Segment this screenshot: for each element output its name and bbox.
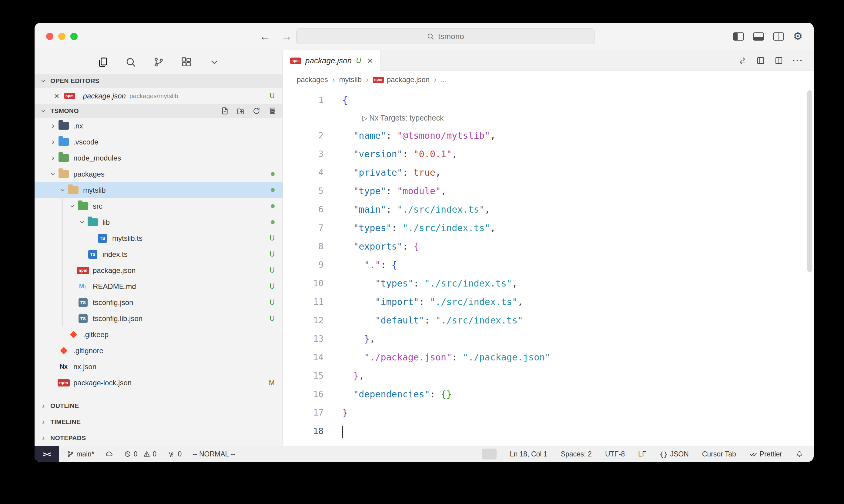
explorer-files-icon[interactable] <box>96 55 109 69</box>
problems-status[interactable]: 0 0 <box>124 450 157 458</box>
tree-item-.gitignore[interactable]: ›.gitignore <box>35 343 282 359</box>
line-number[interactable]: 14 <box>283 348 324 366</box>
code-line-16[interactable]: 16 "dependencies": {} <box>283 385 814 403</box>
scrollbar-thumb[interactable] <box>807 90 812 272</box>
code-line-9[interactable]: 9 ".": { <box>283 256 814 274</box>
new-folder-icon[interactable] <box>237 107 245 115</box>
explorer-section-header[interactable]: › TSMONO <box>35 104 282 118</box>
code-line-12[interactable]: 12 "default": "./src/index.ts" <box>283 311 814 329</box>
source-control-icon[interactable] <box>152 55 165 69</box>
code-line-7[interactable]: 7 "types": "./src/index.ts", <box>283 219 814 237</box>
tree-item-.gitkeep[interactable]: ›.gitkeep <box>35 326 282 343</box>
extensions-icon[interactable] <box>180 55 193 69</box>
chevron-right-icon[interactable]: › <box>49 154 57 162</box>
encoding-status[interactable]: UTF-8 <box>605 450 625 458</box>
new-file-icon[interactable] <box>221 107 229 115</box>
notepads-section-header[interactable]: › NOTEPADS <box>35 430 282 446</box>
chevron-down-icon[interactable]: › <box>59 186 67 195</box>
line-number[interactable]: 7 <box>283 219 324 237</box>
breadcrumb-packages[interactable]: packages <box>297 75 328 84</box>
tree-item-README.md[interactable]: ›M↓README.mdU <box>35 278 282 294</box>
toggle-left-panel-icon[interactable] <box>733 32 744 41</box>
line-number[interactable]: 10 <box>283 274 324 293</box>
line-number[interactable]: 4 <box>283 163 324 182</box>
line-number[interactable]: 12 <box>283 311 324 329</box>
line-number[interactable]: 15 <box>283 366 324 385</box>
code-line-17[interactable]: 17} <box>283 403 814 422</box>
tree-item-package.json[interactable]: ›npmpackage.jsonU <box>35 262 282 278</box>
tree-item-tsconfig.json[interactable]: ›TStsconfig.jsonU <box>35 294 282 310</box>
notifications-bell[interactable] <box>795 450 803 458</box>
chevron-down-icon[interactable]: › <box>69 202 77 211</box>
breadcrumb-...[interactable]: ... <box>441 75 447 84</box>
line-number[interactable]: 13 <box>283 329 324 348</box>
indentation-status[interactable]: Spaces: 2 <box>561 450 592 458</box>
line-number[interactable]: 11 <box>283 293 324 311</box>
tab-package-json[interactable]: npm package.json U × <box>283 50 380 71</box>
collapse-folders-icon[interactable] <box>268 107 276 115</box>
codelens-nx-targets[interactable]: ▷Nx Targets: typecheck <box>283 109 814 126</box>
split-editor-icon[interactable] <box>774 56 783 65</box>
line-number[interactable]: 18 <box>283 422 324 440</box>
code-line-11[interactable]: 11 "import": "./src/index.ts", <box>283 293 814 311</box>
formatter-status[interactable]: Prettier <box>750 450 782 458</box>
code-editor[interactable]: 1{▷Nx Targets: typecheck2 "name": "@tsmo… <box>283 88 814 446</box>
chevron-down-icon[interactable]: › <box>49 169 57 179</box>
code-line-1[interactable]: 1{ <box>283 91 814 109</box>
sync-changes[interactable] <box>105 450 113 458</box>
ports-status[interactable]: 0 <box>167 450 182 458</box>
chevron-down-icon[interactable] <box>208 55 221 69</box>
eol-status[interactable]: LF <box>638 450 646 458</box>
code-line-18[interactable]: 18 <box>283 422 814 440</box>
close-tab-icon[interactable]: × <box>367 55 373 66</box>
line-number[interactable]: 9 <box>283 256 324 274</box>
code-line-13[interactable]: 13 }, <box>283 329 814 348</box>
code-line-8[interactable]: 8 "exports": { <box>283 237 814 256</box>
command-center-search[interactable]: tsmono <box>296 29 595 44</box>
tree-item-packages[interactable]: ›packages <box>35 166 282 182</box>
close-window-button[interactable] <box>46 33 53 40</box>
tree-item-index.ts[interactable]: ›TSindex.tsU <box>35 246 282 262</box>
tree-item-package-lock.json[interactable]: ›npmpackage-lock.jsonM <box>35 375 282 391</box>
code-line-2[interactable]: 2 "name": "@tsmono/mytslib", <box>283 126 814 145</box>
open-editors-header[interactable]: › OPEN EDITORS <box>35 74 282 88</box>
open-editor-item[interactable]: × npm package.json packages/mytslib U <box>35 88 282 104</box>
toggle-bottom-panel-icon[interactable] <box>753 32 764 41</box>
more-actions-icon[interactable]: ··· <box>792 55 803 66</box>
line-number[interactable]: 1 <box>283 91 324 109</box>
compare-changes-icon[interactable] <box>738 56 747 65</box>
line-number[interactable]: 6 <box>283 200 324 219</box>
toggle-right-panel-icon[interactable] <box>773 32 784 41</box>
tree-item-nx.json[interactable]: ›Nxnx.json <box>35 359 282 375</box>
line-number[interactable]: 16 <box>283 385 324 403</box>
line-number[interactable]: 3 <box>283 145 324 163</box>
tree-item-lib[interactable]: ›lib <box>35 214 282 230</box>
line-number[interactable]: 5 <box>283 182 324 200</box>
tree-item-mytslib[interactable]: ›mytslib <box>35 182 282 198</box>
outline-section-header[interactable]: › OUTLINE <box>35 398 282 414</box>
tree-item-mytslib.ts[interactable]: ›TSmytslib.tsU <box>35 230 282 246</box>
tree-item-.vscode[interactable]: ›.vscode <box>35 134 282 150</box>
refresh-explorer-icon[interactable] <box>252 107 261 115</box>
navigate-forward-icon[interactable]: → <box>281 30 292 43</box>
tree-item-tsconfig.lib.json[interactable]: ›TStsconfig.lib.jsonU <box>35 310 282 326</box>
line-number[interactable]: 2 <box>283 126 324 145</box>
git-branch-status[interactable]: main* <box>67 450 94 458</box>
code-line-3[interactable]: 3 "version": "0.0.1", <box>283 145 814 163</box>
chevron-right-icon[interactable]: › <box>49 138 57 146</box>
navigate-back-icon[interactable]: ← <box>259 30 271 43</box>
tree-item-.nx[interactable]: ›.nx <box>35 118 282 134</box>
zoom-window-button[interactable] <box>70 33 77 40</box>
open-layout-icon[interactable] <box>756 56 765 65</box>
code-line-10[interactable]: 10 "types": "./src/index.ts", <box>283 274 814 293</box>
breadcrumb-package.json[interactable]: npmpackage.json <box>373 75 430 84</box>
vim-mode-indicator[interactable]: -- NORMAL -- <box>192 450 235 458</box>
tree-item-src[interactable]: ›src <box>35 198 282 214</box>
close-editor-icon[interactable]: × <box>54 91 59 101</box>
line-number[interactable]: 8 <box>283 237 324 256</box>
chevron-down-icon[interactable]: › <box>78 218 86 227</box>
search-icon[interactable] <box>124 55 137 69</box>
language-mode[interactable]: {} JSON <box>660 450 689 458</box>
code-line-4[interactable]: 4 "private": true, <box>283 163 814 182</box>
code-line-14[interactable]: 14 "./package.json": "./package.json" <box>283 348 814 366</box>
